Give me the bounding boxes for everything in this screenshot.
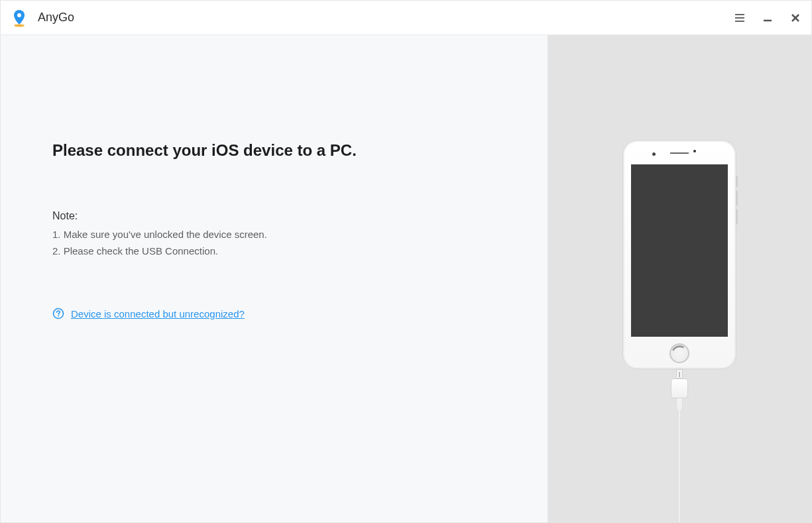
minimize-button[interactable] xyxy=(757,7,778,29)
help-row: Device is connected but unrecognized? xyxy=(52,308,548,320)
hamburger-icon xyxy=(734,12,746,24)
iphone-illustration xyxy=(622,140,736,369)
app-logo: AnyGo xyxy=(10,9,74,27)
unrecognized-device-link[interactable]: Device is connected but unrecognized? xyxy=(71,308,245,320)
map-pin-icon xyxy=(10,9,29,27)
device-illustration-panel xyxy=(548,35,811,523)
close-icon xyxy=(790,13,801,23)
close-button[interactable] xyxy=(785,7,806,29)
note-item: 2. Please check the USB Connection. xyxy=(52,244,548,259)
page-heading: Please connect your iOS device to a PC. xyxy=(52,141,548,160)
minimize-icon xyxy=(762,13,773,23)
svg-point-0 xyxy=(17,13,21,17)
lightning-cable-illustration xyxy=(671,369,688,523)
body: Please connect your iOS device to a PC. … xyxy=(1,35,811,523)
note-list: 1. Make sure you've unlocked the device … xyxy=(52,227,548,259)
note-item: 1. Make sure you've unlocked the device … xyxy=(52,227,548,243)
window-controls xyxy=(729,7,806,29)
app-title: AnyGo xyxy=(38,11,74,25)
note-label: Note: xyxy=(52,210,548,222)
connect-instructions-panel: Please connect your iOS device to a PC. … xyxy=(1,35,548,523)
help-circle-icon xyxy=(52,308,64,320)
titlebar: AnyGo xyxy=(1,1,811,35)
menu-button[interactable] xyxy=(729,7,750,29)
svg-point-9 xyxy=(58,315,59,316)
svg-point-1 xyxy=(14,24,25,27)
